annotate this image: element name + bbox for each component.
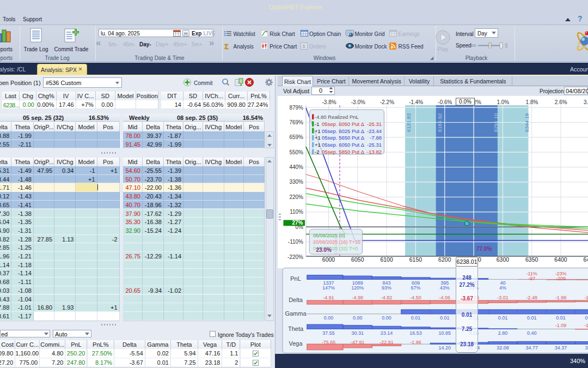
svg-text:-4.98: -4.98 — [352, 295, 364, 300]
svg-text:6000: 6000 — [322, 256, 335, 263]
svg-text:-1.84: -1.84 — [584, 323, 588, 328]
svg-text:34.1: 34.1 — [585, 345, 588, 351]
svg-text:-97: -97 — [528, 276, 535, 281]
svg-text:330%: 330% — [289, 179, 303, 185]
svg-text:6200: 6200 — [438, 256, 451, 263]
svg-text:-110%: -110% — [288, 239, 303, 245]
svg-text:879%: 879% — [289, 105, 303, 111]
svg-text:-4.06: -4.06 — [439, 295, 451, 300]
svg-text:6350: 6350 — [525, 256, 538, 263]
svg-text:1089: 1089 — [352, 280, 363, 286]
svg-text:-1.09: -1.09 — [555, 323, 567, 328]
svg-text:-4.50: -4.50 — [410, 295, 421, 300]
svg-text:-1: -1 — [315, 121, 319, 127]
svg-text:3.4%: 3.4% — [584, 99, 588, 105]
svg-text:05sep. 5850 Put Δ: 05sep. 5850 Put Δ — [322, 149, 365, 155]
svg-text:6131.83: 6131.83 — [406, 113, 412, 132]
svg-text:Vega: Vega — [289, 340, 303, 347]
svg-text:34.77: 34.77 — [525, 345, 538, 351]
svg-text:37.55: 37.55 — [322, 330, 335, 336]
svg-text:27%: 27% — [292, 220, 303, 226]
svg-text:6300: 6300 — [497, 256, 510, 263]
svg-text:40: 40 — [500, 280, 505, 286]
svg-text:2.6%: 2.6% — [555, 99, 567, 105]
svg-text:-2.2%: -2.2% — [380, 99, 394, 105]
svg-text:14.20: 14.20 — [439, 345, 451, 351]
svg-text:-1.96: -1.96 — [410, 340, 421, 345]
svg-text:-220%: -220% — [287, 254, 303, 260]
svg-text:0.01: 0.01 — [498, 315, 508, 321]
svg-text:Delta: Delta — [289, 297, 303, 303]
svg-text:23.14: 23.14 — [381, 330, 393, 336]
svg-text:-2.48: -2.48 — [526, 295, 537, 300]
svg-text:-209: -209 — [556, 276, 566, 281]
svg-text:440%: 440% — [289, 164, 303, 170]
svg-text:+1: +1 — [315, 142, 321, 148]
svg-text:-1.99: -1.99 — [555, 295, 567, 300]
svg-text:+1: +1 — [315, 128, 321, 134]
svg-text:0.00: 0.00 — [353, 315, 363, 321]
svg-text:120%: 120% — [351, 285, 364, 291]
svg-text:-75.65: -75.65 — [322, 340, 336, 345]
svg-text:0.01: 0.01 — [556, 315, 566, 321]
svg-text:220%: 220% — [289, 194, 303, 200]
svg-text:-25.31: -25.31 — [367, 142, 382, 148]
svg-text:43%: 43% — [440, 285, 450, 291]
svg-text:0.00: 0.00 — [324, 315, 334, 321]
svg-text:-3.01: -3.01 — [497, 295, 509, 300]
svg-text:10.85: 10.85 — [439, 330, 451, 336]
svg-text:147%: 147% — [322, 285, 335, 291]
svg-text:-1.4%: -1.4% — [409, 99, 423, 105]
svg-text:843: 843 — [383, 280, 391, 286]
svg-text:1337: 1337 — [323, 280, 334, 286]
svg-text:4%: 4% — [499, 285, 506, 291]
svg-text:6450: 6450 — [584, 256, 588, 263]
svg-text:-0.6%: -0.6% — [438, 99, 452, 105]
svg-text:-4.80 Realized PnL: -4.80 Realized PnL — [315, 114, 359, 120]
svg-text:659%: 659% — [289, 134, 303, 140]
svg-text:23.0%: 23.0% — [316, 247, 332, 253]
svg-text:6400: 6400 — [554, 256, 567, 263]
svg-text:-25.31: -25.31 — [367, 121, 382, 127]
svg-text:0.01: 0.01 — [411, 315, 421, 321]
svg-text:-2: -2 — [315, 149, 319, 155]
svg-text:0.00: 0.00 — [382, 315, 391, 321]
svg-text:-4.91: -4.91 — [323, 295, 334, 300]
svg-text:Theta: Theta — [288, 325, 304, 332]
svg-text:67%: 67% — [411, 285, 420, 291]
svg-text:20/08/2025 (16) T+16: 20/08/2025 (16) T+16 — [313, 239, 360, 245]
svg-text:6150: 6150 — [409, 256, 422, 263]
svg-text:16.53: 16.53 — [409, 330, 422, 336]
svg-text:05sep. 6050 Put Δ: 05sep. 6050 Put Δ — [322, 121, 365, 127]
svg-text:550%: 550% — [289, 149, 303, 155]
svg-text:0.01: 0.01 — [440, 315, 450, 321]
svg-text:+1: +1 — [315, 135, 321, 141]
svg-text:-3.8%: -3.8% — [322, 99, 336, 105]
svg-text:-7.88: -7.88 — [370, 135, 382, 141]
svg-text:6050: 6050 — [351, 256, 364, 263]
svg-text:Gamma: Gamma — [285, 310, 307, 317]
svg-text:1.0%: 1.0% — [497, 99, 509, 105]
svg-text:-1.55: -1.55 — [584, 295, 588, 300]
svg-text:PnL: PnL — [290, 275, 301, 282]
svg-text:-4.82: -4.82 — [381, 295, 393, 300]
svg-text:609: 609 — [412, 280, 420, 286]
svg-text:-47.91: -47.91 — [351, 340, 365, 345]
svg-text:34.37: 34.37 — [555, 345, 567, 351]
svg-text:-3.0%: -3.0% — [351, 99, 365, 105]
svg-text:2.80: 2.80 — [498, 330, 508, 336]
svg-text:0.0%: 0.0% — [459, 99, 471, 105]
svg-text:6344.19: 6344.19 — [524, 113, 530, 132]
svg-text:0.01: 0.01 — [585, 315, 588, 321]
svg-text:-23.44: -23.44 — [367, 128, 382, 134]
svg-text:6184.92: 6184.92 — [437, 113, 443, 132]
svg-text:769%: 769% — [289, 119, 303, 125]
svg-text:110%: 110% — [290, 209, 303, 215]
svg-text:32.08: 32.08 — [497, 345, 509, 351]
svg-text:0.01: 0.01 — [527, 315, 537, 321]
svg-text:05/09/2025 (0): 05/09/2025 (0) — [313, 233, 345, 238]
svg-text:-22.91: -22.91 — [379, 340, 394, 345]
svg-text:-13.82: -13.82 — [367, 149, 382, 155]
svg-text:6291.10: 6291.10 — [493, 113, 499, 132]
svg-text:$: $ — [302, 44, 305, 49]
